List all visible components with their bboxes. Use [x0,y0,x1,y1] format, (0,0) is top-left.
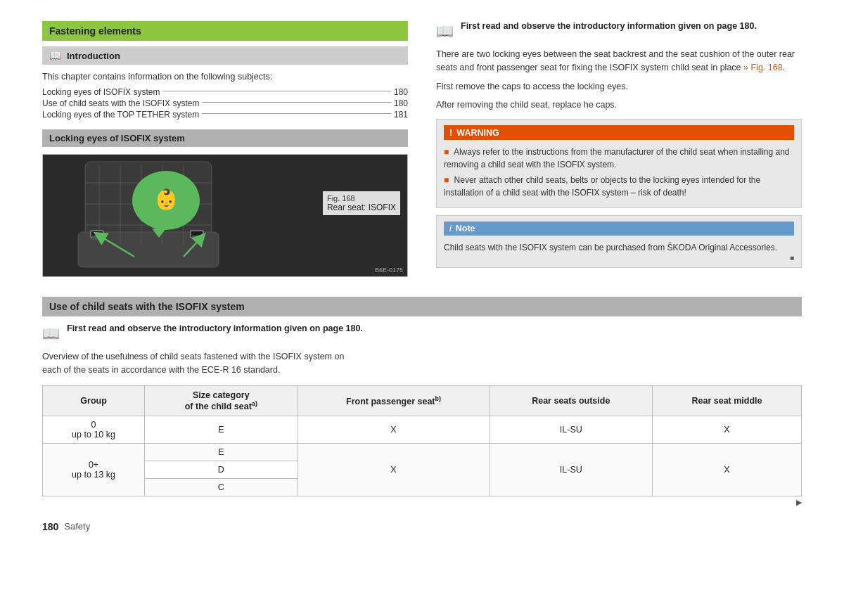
group-0: 0up to 10 kg [43,416,145,443]
overview-text: Overview of the usefulness of child seat… [42,350,802,377]
toc-list: Locking eyes of ISOFIX system 180 Use of… [42,87,408,120]
note-title: Note [456,224,475,233]
note-box: i Note Child seats with the ISOFIX syste… [436,215,802,268]
child-seats-header: Use of child seats with the ISOFIX syste… [42,297,802,316]
rear-middle-x-1: X [653,416,802,443]
col-rear-outside: Rear seats outside [490,385,652,416]
front-x-1: X [298,416,490,443]
warning-content: ■ Always refer to the instructions from … [444,146,794,199]
locking-eyes-header: Locking eyes of ISOFIX system [42,129,408,147]
table-row: 0+up to 13 kg E X IL-SU X [43,443,802,461]
rear-middle-x-2: X [653,443,802,496]
figure-watermark: B6E-0175 [375,267,403,274]
intro-text: This chapter contains information on the… [42,72,408,82]
col-front: Front passenger seatb) [298,385,490,416]
read-note-inline-text: First read and observe the introductory … [67,323,363,333]
toc-item-2: Use of child seats with the ISOFIX syste… [42,98,408,108]
note-text: Child seats with the ISOFIX system can b… [444,241,794,254]
toc-item-1: Locking eyes of ISOFIX system 180 [42,87,408,97]
figure-label: Fig. 168 Rear seat: ISOFIX [323,191,400,215]
note-icon: i [449,224,452,233]
introduction-header: 📖 Introduction [42,46,408,65]
size-e-2: E [145,443,298,461]
warning-icon: ! [449,127,452,138]
note-end-marker: ■ [444,254,794,262]
body-text-1: There are two locking eyes between the s… [436,48,802,75]
note-header: i Note [444,222,794,236]
warning-box: ! WARNING ■ Always refer to the instruct… [436,119,802,208]
size-c: C [145,478,298,496]
group-0plus: 0+up to 13 kg [43,443,145,496]
body-text-2: First remove the caps to access the lock… [436,80,802,94]
fastening-elements-header: Fastening elements [42,21,408,41]
introduction-label: Introduction [67,51,120,61]
body-text-3: After removing the child seat, replace h… [436,98,802,112]
read-note-text: First read and observe the introductory … [461,21,757,31]
table-header-row: Group Size categoryof the child seata) F… [43,385,802,416]
col-rear-middle: Rear seat middle [653,385,802,416]
size-e-1: E [145,416,298,443]
book-icon-inline: 📖 [42,325,60,342]
rear-outside-ilsu-1: IL-SU [490,416,652,443]
col-size: Size categoryof the child seata) [145,385,298,416]
locking-eyes-label: Locking eyes of ISOFIX system [49,133,185,143]
table-row: 0up to 10 kg E X IL-SU X [43,416,802,443]
fig-title: Fig. 168 [327,194,396,203]
isofix-table: Group Size categoryof the child seata) F… [42,385,802,496]
book-icon-right: 📖 [436,23,454,39]
fig-ref-link: » Fig. 168 [743,63,783,72]
book-icon-intro: 📖 [49,50,61,61]
right-column: 📖 First read and observe the introductor… [436,21,802,284]
figure-box: 👶 Fig. 168 Rear seat: ISOFIX B6E-0175 [42,154,408,277]
left-column: Fastening elements 📖 Introduction This c… [42,21,408,284]
svg-text:👶: 👶 [154,188,179,211]
seat-svg: 👶 [43,155,282,277]
warning-header: ! WARNING [444,125,794,140]
warning-line-2: ■ Never attach other child seats, belts … [444,174,794,199]
col-group: Group [43,385,145,416]
full-width-section: Use of child seats with the ISOFIX syste… [42,297,802,507]
read-note-inline: 📖 First read and observe the introductor… [42,323,802,342]
rear-outside-ilsu-2: IL-SU [490,443,652,496]
read-note-top: 📖 First read and observe the introductor… [436,21,802,39]
warning-title: WARNING [456,128,499,138]
front-x-2: X [298,443,490,496]
page-section: Safety [64,521,90,532]
warning-line-1: ■ Always refer to the instructions from … [444,146,794,171]
page-number: 180 [42,521,58,532]
size-d: D [145,461,298,478]
toc-item-3: Locking eyes of the TOP TETHER system 18… [42,110,408,120]
body1-text: There are two locking eyes between the s… [436,49,795,72]
page-footer: 180 Safety [42,521,802,532]
table-scroll-arrow: ▶ [42,498,802,507]
fig-caption: Rear seat: ISOFIX [327,203,396,212]
fastening-elements-title: Fastening elements [49,25,141,37]
